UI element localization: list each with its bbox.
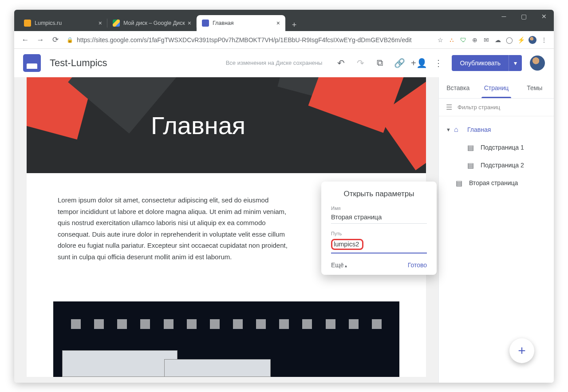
page-properties-popup: Открыть параметры Имя Вторая страница Пу… [321,182,437,275]
tab-strip: Lumpics.ru × Мой диск – Google Диск × Гл… [14,10,494,31]
page-icon: ▤ [467,161,476,170]
page-tree: ▼ ⌂ Главная ▤ Подстраница 1 ▤ Подстраниц… [439,116,554,196]
name-label: Имя [331,206,427,211]
tree-home[interactable]: ▼ ⌂ Главная [442,121,551,139]
publish-button[interactable]: Опубликовать [452,55,509,71]
tree-label: Главная [467,126,491,133]
url-field[interactable]: 🔒 https://sites.google.com/s/1faFgTWSXDC… [67,36,432,44]
page-icon: ▤ [467,143,476,152]
maximize-button[interactable]: ▢ [514,10,534,23]
site-name[interactable]: Test-Lumpics [50,57,107,69]
publish-group: Опубликовать ▾ [452,55,522,71]
reload-button[interactable]: ⟳ [48,32,63,48]
tab-lumpics[interactable]: Lumpics.ru × [19,15,107,31]
side-panel: Вставка Страниц Темы ☰ Фильтр страниц ▼ … [438,77,554,383]
tab-themes[interactable]: Темы [516,77,554,98]
close-icon[interactable]: × [99,20,102,27]
tree-second[interactable]: ▤ Вторая страница [442,174,551,192]
tab-title: Мой диск – Google Диск [123,20,185,26]
ext-icon-2[interactable]: 🛡 [459,36,468,44]
extensions: ☆ ⛬ 🛡 ⊕ ✉ ☁ ◯ ⚡ ⋮ [436,36,550,44]
ext-icon-7[interactable]: ⚡ [517,36,525,44]
favicon [202,20,209,27]
star-icon[interactable]: ☆ [436,36,445,44]
close-icon[interactable]: × [276,20,280,27]
name-field[interactable]: Вторая страница [331,212,427,224]
browser-window: Lumpics.ru × Мой диск – Google Диск × Гл… [14,10,554,383]
favicon [113,20,120,27]
app-bar: Test-Lumpics Все изменения на Диске сохр… [14,49,554,77]
menu-icon[interactable]: ⋮ [540,36,548,44]
publish-dropdown[interactable]: ▾ [509,55,522,71]
undo-button[interactable]: ↶ [331,53,351,73]
hero-title[interactable]: Главная [151,111,245,140]
hero-section[interactable]: Главная [27,77,426,173]
tree-label: Подстраница 1 [481,144,524,151]
ext-icon-3[interactable]: ⊕ [470,36,479,44]
tab-sites-active[interactable]: Главная × [197,15,285,31]
path-label: Путь [331,231,427,236]
more-button[interactable]: ⋮ [429,53,448,73]
close-button[interactable]: ✕ [534,10,554,23]
path-value: lumpics2 [331,239,363,250]
lorem-text: Lorem ipsum dolor sit amet, consectetur … [58,194,288,262]
link-button[interactable]: 🔗 [390,53,409,73]
tab-pages[interactable]: Страниц [477,77,515,98]
tab-drive[interactable]: Мой диск – Google Диск × [107,15,197,31]
ext-icon-5[interactable]: ☁ [493,36,502,44]
tree-label: Подстраница 2 [481,162,524,169]
address-bar: ← → ⟳ 🔒 https://sites.google.com/s/1faFg… [14,31,554,49]
filter-row[interactable]: ☰ Фильтр страниц [439,99,554,116]
forward-button[interactable]: → [33,32,48,48]
window-controls: ─ ▢ ✕ [494,10,554,31]
content-area: Главная Lorem ipsum dolor sit amet, cons… [14,77,554,383]
done-button[interactable]: Готово [408,261,427,269]
url-text: https://sites.google.com/s/1faFgTWSXDCvR… [77,36,412,44]
tree-sub2[interactable]: ▤ Подстраница 2 [442,156,551,174]
tree-label: Вторая страница [469,179,518,186]
expand-icon[interactable]: ▼ [446,127,454,132]
new-tab-button[interactable]: + [288,19,300,31]
redo-button[interactable]: ↷ [351,53,370,73]
minimize-button[interactable]: ─ [494,10,514,23]
ext-icon-6[interactable]: ◯ [505,36,514,44]
more-button[interactable]: Ещё [331,261,347,269]
tab-insert[interactable]: Вставка [439,77,477,98]
ext-icon-4[interactable]: ✉ [482,36,491,44]
popup-actions: Ещё Готово [331,261,427,269]
filter-placeholder: Фильтр страниц [458,104,500,111]
lock-icon: 🔒 [67,37,73,43]
favicon [24,20,31,27]
add-page-fab[interactable]: + [509,338,534,363]
popup-title: Открыть параметры [331,190,427,198]
share-button[interactable]: +👤 [409,53,429,73]
profile-icon[interactable] [528,36,537,44]
desktop-image[interactable] [53,301,399,377]
home-icon: ⌂ [454,126,463,134]
ext-icon-1[interactable]: ⛬ [447,36,456,44]
tab-title: Lumpics.ru [35,20,96,26]
tab-title: Главная [213,20,274,26]
sites-logo[interactable] [23,54,41,72]
account-avatar[interactable] [530,55,545,71]
save-status: Все изменения на Диске сохранены [226,59,323,66]
close-icon[interactable]: × [188,20,191,27]
back-button[interactable]: ← [18,32,33,48]
filter-icon: ☰ [446,103,452,111]
page-icon: ▤ [456,179,465,187]
side-tabs: Вставка Страниц Темы [439,77,554,99]
tree-sub1[interactable]: ▤ Подстраница 1 [442,139,551,156]
preview-button[interactable]: ⧉ [370,53,390,73]
titlebar: Lumpics.ru × Мой диск – Google Диск × Гл… [14,10,554,31]
path-field[interactable]: lumpics2 [331,237,427,253]
